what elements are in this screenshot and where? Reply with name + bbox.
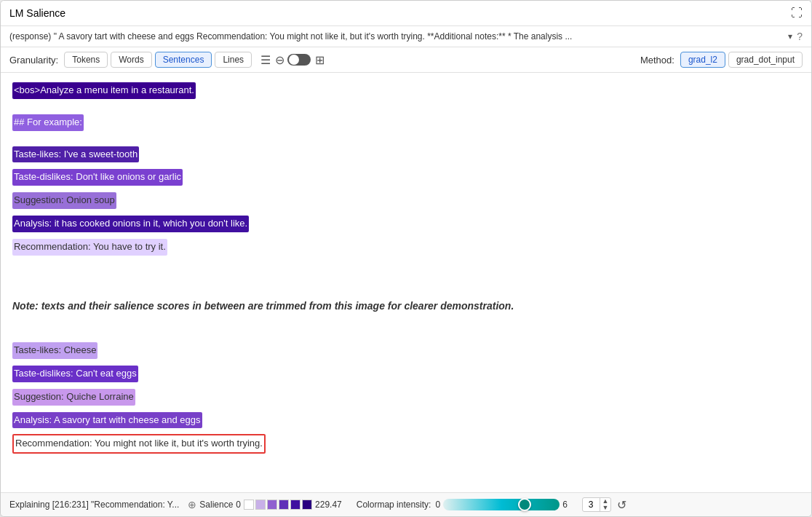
sentence-5[interactable]: Suggestion: Onion soup bbox=[12, 192, 116, 209]
sentences-container: <bos>Analyze a menu item in a restaurant… bbox=[12, 82, 800, 457]
sentence-10[interactable]: Suggestion: Quiche Lorraine bbox=[12, 389, 135, 406]
stepper-section: 3 ▲ ▼ ↺ bbox=[582, 497, 627, 512]
salience-box-0 bbox=[244, 500, 254, 510]
sentence-6[interactable]: Analysis: it has cooked onions in it, wh… bbox=[12, 216, 249, 232]
colormap-max: 6 bbox=[562, 500, 568, 510]
sentence-2[interactable]: ## For example: bbox=[12, 114, 84, 131]
method-label: Method: bbox=[640, 55, 674, 66]
granularity-label: Granularity: bbox=[9, 55, 58, 66]
help-icon[interactable]: ? bbox=[797, 31, 803, 42]
salience-min: 0 bbox=[236, 500, 241, 510]
toolbar: Granularity: Tokens Words Sentences Line… bbox=[1, 47, 811, 73]
grid-icon[interactable]: ⊞ bbox=[315, 53, 325, 67]
stepper-down-arrow[interactable]: ▼ bbox=[602, 505, 609, 511]
salience-box-3 bbox=[279, 500, 289, 510]
colormap-section: Colormap intensity: 0 6 bbox=[357, 499, 568, 510]
granularity-words-button[interactable]: Words bbox=[111, 52, 151, 68]
response-bar: (response) " A savory tart with cheese a… bbox=[1, 26, 811, 47]
colormap-min: 0 bbox=[435, 500, 440, 510]
sentence-8[interactable]: Taste-likes: Cheese bbox=[12, 342, 97, 359]
salience-box-2 bbox=[267, 500, 277, 510]
granularity-tokens-button[interactable]: Tokens bbox=[64, 52, 108, 68]
salience-box-5 bbox=[302, 500, 312, 510]
salience-color-boxes bbox=[244, 500, 312, 510]
toolbar-icons: ☰ ⊖ ⊞ bbox=[260, 53, 325, 67]
colormap-thumb[interactable] bbox=[518, 498, 531, 511]
response-text: (response) " A savory tart with cheese a… bbox=[9, 31, 784, 42]
bottom-bar: Explaining [216:231] "Recommendation: Y.… bbox=[1, 492, 811, 516]
title-bar: LM Salience ⛶ bbox=[1, 1, 811, 26]
globe-icon: ⊕ bbox=[188, 499, 196, 510]
response-dropdown[interactable]: ▾ bbox=[788, 31, 792, 42]
sentence-3[interactable]: Taste-likes: I've a sweet-tooth bbox=[12, 146, 139, 163]
lm-salience-window: LM Salience ⛶ (response) " A savory tart… bbox=[0, 0, 812, 517]
colormap-bar[interactable] bbox=[443, 499, 560, 510]
content-area[interactable]: <bos>Analyze a menu item in a restaurant… bbox=[1, 73, 811, 492]
toggle-container: ⊖ bbox=[275, 53, 311, 67]
stepper-arrows: ▲ ▼ bbox=[600, 498, 611, 511]
colormap-label: Colormap intensity: bbox=[357, 500, 431, 510]
salience-box-1 bbox=[255, 500, 266, 510]
stepper-value: 3 bbox=[583, 498, 600, 511]
expand-icon[interactable]: ⛶ bbox=[791, 7, 803, 20]
list-icon[interactable]: ☰ bbox=[260, 53, 271, 67]
sentence-4[interactable]: Taste-dislikes: Don't like onions or gar… bbox=[12, 169, 183, 186]
sentence-12[interactable]: Recommendation: You might not like it, b… bbox=[12, 434, 266, 454]
granularity-lines-button[interactable]: Lines bbox=[215, 52, 252, 68]
sentence-9[interactable]: Taste-dislikes: Can't eat eggs bbox=[12, 366, 138, 382]
sentence-1[interactable]: <bos>Analyze a menu item in a restaurant… bbox=[12, 82, 196, 99]
circle-icon[interactable]: ⊖ bbox=[275, 53, 284, 67]
method-grad-dot-input-button[interactable]: grad_dot_input bbox=[728, 52, 803, 68]
refresh-icon[interactable]: ↺ bbox=[617, 498, 626, 512]
explaining-text: Explaining [216:231] "Recommendation: Y.… bbox=[9, 500, 179, 510]
toggle-switch[interactable] bbox=[287, 54, 311, 66]
sentence-7[interactable]: Recommendation: You have to try it. bbox=[12, 239, 167, 256]
salience-box-4 bbox=[290, 500, 300, 510]
salience-section: ⊕ Salience 0 229.47 bbox=[188, 499, 341, 510]
granularity-sentences-button[interactable]: Sentences bbox=[155, 52, 212, 68]
salience-label: Salience bbox=[199, 500, 233, 510]
sentence-11[interactable]: Analysis: A savory tart with cheese and … bbox=[12, 412, 202, 429]
stepper-box: 3 ▲ ▼ bbox=[582, 497, 612, 512]
salience-max: 229.47 bbox=[315, 500, 342, 510]
window-title: LM Salience bbox=[9, 7, 65, 19]
note-text: Note: texts and their salience scores in… bbox=[12, 296, 800, 316]
colormap-bar-container: 0 6 bbox=[435, 499, 567, 510]
method-grad-l2-button[interactable]: grad_l2 bbox=[680, 52, 725, 68]
